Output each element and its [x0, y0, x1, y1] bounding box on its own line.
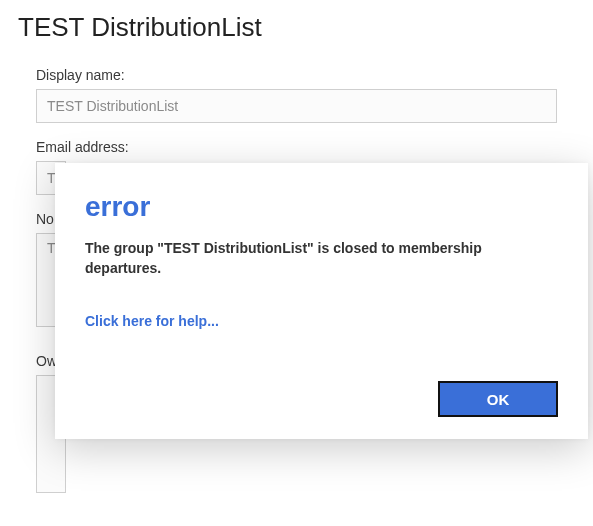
ok-button[interactable]: OK [438, 381, 558, 417]
dialog-title: error [85, 191, 558, 223]
email-address-label: Email address: [36, 139, 557, 155]
dialog-message: The group "TEST DistributionList" is clo… [85, 239, 558, 278]
dialog-actions: OK [85, 381, 558, 417]
display-name-input[interactable] [36, 89, 557, 123]
page-title: TEST DistributionList [18, 12, 575, 43]
error-dialog: error The group "TEST DistributionList" … [55, 163, 588, 439]
display-name-label: Display name: [36, 67, 557, 83]
help-link[interactable]: Click here for help... [85, 313, 219, 329]
